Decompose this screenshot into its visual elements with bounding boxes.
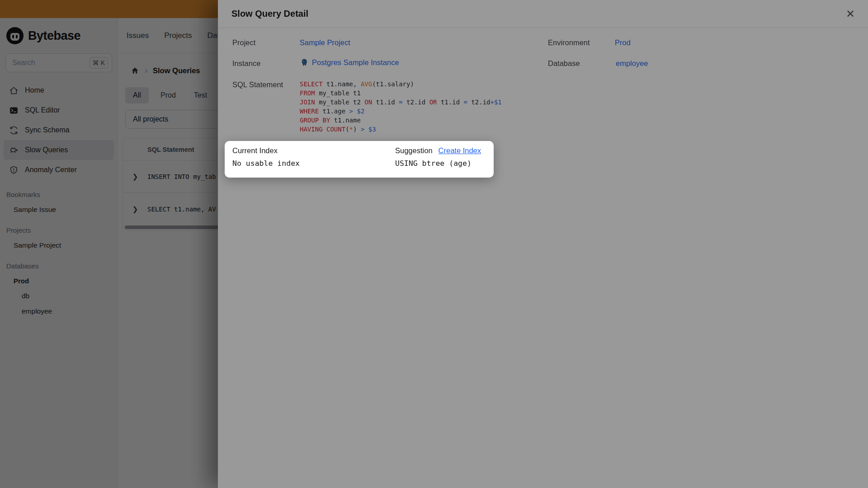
suggestion-label: Suggestion [395,146,433,155]
create-index-link[interactable]: Create Index [439,146,481,155]
suggestion-value: USING btree (age) [395,159,481,168]
spotlight-overlay [0,0,868,488]
index-suggestion-card: Current Index No usable index Suggestion… [225,141,494,178]
